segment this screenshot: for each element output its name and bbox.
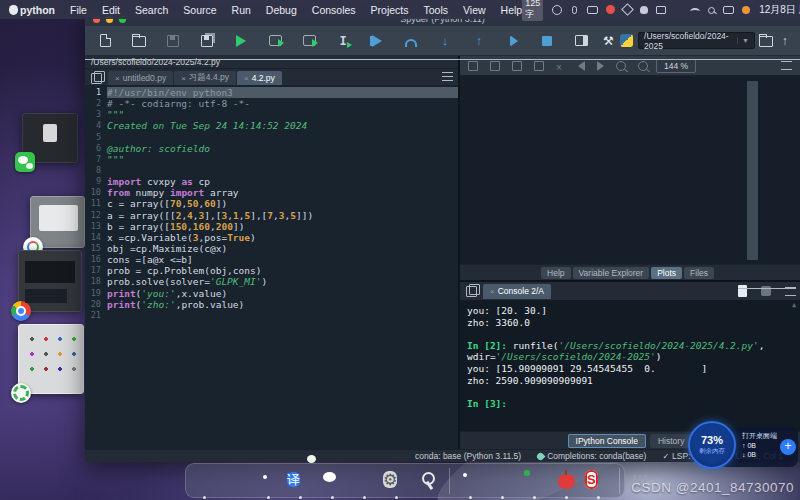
window-status-icon[interactable]: [656, 6, 666, 14]
stop-debugging-button[interactable]: [535, 30, 559, 52]
menu-app-name[interactable]: python: [20, 4, 55, 16]
menu-run[interactable]: Run: [232, 4, 251, 16]
preferences-button[interactable]: ⚒: [601, 30, 616, 52]
working-directory-select[interactable]: /Users/scofieldo/2024-2025 ▼: [638, 32, 755, 49]
keyboard-status-icon[interactable]: [587, 6, 598, 14]
dock-item-screens[interactable]: [489, 467, 516, 494]
continue-execution-button[interactable]: [501, 30, 525, 52]
dock-item-evernote[interactable]: [521, 467, 548, 494]
menu-help[interactable]: Help: [501, 4, 523, 16]
menu-search[interactable]: Search: [135, 4, 168, 16]
browse-directory-button[interactable]: [759, 30, 774, 52]
debug-cell-button[interactable]: [399, 30, 423, 52]
dock-item-ks[interactable]: S: [585, 467, 612, 494]
dock-item-notes[interactable]: [351, 467, 378, 494]
code-line-14[interactable]: 14x =cp.Variable(3,pos=True): [85, 232, 458, 243]
save-all-button[interactable]: [195, 30, 219, 52]
circle-status-icon[interactable]: [552, 5, 562, 15]
editor-tab-习题4.4.py[interactable]: ×习题4.4.py: [174, 71, 236, 85]
dock-item-chrome[interactable]: [255, 467, 282, 494]
code-line-17[interactable]: 17prob = cp.Problem(obj,cons): [85, 265, 458, 276]
code-line-5[interactable]: 5: [85, 132, 458, 143]
display-status-icon[interactable]: [723, 6, 734, 14]
code-line-18[interactable]: 18prob.solve(solver='GLPK_MI'): [85, 276, 458, 287]
step-return-button[interactable]: ↑: [467, 30, 491, 52]
run-file-button[interactable]: [229, 30, 253, 52]
close-icon[interactable]: ×: [181, 74, 186, 83]
search-status-icon[interactable]: [708, 7, 715, 14]
code-editor[interactable]: 1#!/usr/bin/env python32# -*- codiarng: …: [85, 85, 458, 449]
editor-options-menu-icon[interactable]: [442, 72, 453, 81]
bluetooth-status-icon[interactable]: [674, 5, 682, 15]
code-line-20[interactable]: 20print('zho:',prob.value): [85, 299, 458, 310]
code-line-12[interactable]: 12a = array([[2,4,3],[3,1,5],[7,3,5]]): [85, 210, 458, 221]
open-file-button[interactable]: [127, 30, 151, 52]
python-env-button[interactable]: [620, 30, 635, 52]
code-line-10[interactable]: 10from numpy import array: [85, 187, 458, 198]
menu-file[interactable]: File: [70, 4, 87, 16]
code-line-15[interactable]: 15obj =cp.Maximize(c@x): [85, 243, 458, 254]
browse-console-tabs-button[interactable]: [464, 284, 480, 297]
code-line-9[interactable]: 9import cvxpy as cp: [85, 176, 458, 187]
run-cell-button[interactable]: [263, 30, 287, 52]
bottom-tab-history[interactable]: History: [650, 434, 692, 448]
code-line-13[interactable]: 13b = array([150,160,200]): [85, 221, 458, 232]
memory-percent-gauge[interactable]: 73% 剩余内存: [688, 421, 736, 469]
console-tab[interactable]: × Console 2/A: [483, 284, 551, 299]
pane-tab-files[interactable]: Files: [684, 267, 714, 279]
wifi-status-icon[interactable]: [690, 8, 700, 15]
run-cell-advance-button[interactable]: [297, 30, 321, 52]
editor-tab-untitled0.py[interactable]: ×untitled0.py: [108, 71, 173, 85]
plots-thumbnail-strip[interactable]: [747, 81, 758, 260]
bottom-tab-ipython-console[interactable]: IPython Console: [568, 434, 646, 448]
dock-item-wechat[interactable]: [319, 467, 346, 494]
debug-file-button[interactable]: [365, 30, 389, 52]
dock-item-apple-red[interactable]: [553, 467, 580, 494]
code-line-2[interactable]: 2# -*- codiarng: utf-8 -*-: [85, 98, 458, 109]
dock-item-launchpad[interactable]: [223, 467, 250, 494]
menu-debug[interactable]: Debug: [266, 4, 297, 16]
pane-tab-plots[interactable]: Plots: [651, 267, 682, 279]
close-icon[interactable]: ×: [115, 74, 120, 83]
shapes-status-icon[interactable]: [621, 3, 634, 16]
minimized-window-wechat[interactable]: [22, 113, 78, 163]
scrollbar-arrow-icon[interactable]: ▲: [792, 301, 799, 308]
minimized-window-terminal[interactable]: [18, 250, 82, 312]
browse-tabs-button[interactable]: [89, 71, 105, 84]
console-options-menu-icon[interactable]: [785, 287, 796, 296]
code-line-8[interactable]: 8: [85, 165, 458, 176]
orange-status-icon[interactable]: [742, 6, 750, 14]
minimized-window-grid[interactable]: [18, 324, 84, 394]
record-status-icon[interactable]: [606, 5, 615, 14]
code-line-6[interactable]: 6@author: scofieldo: [85, 143, 458, 154]
mic-status-icon[interactable]: [572, 6, 577, 14]
menu-consoles[interactable]: Consoles: [312, 4, 356, 16]
menu-projects[interactable]: Projects: [371, 4, 409, 16]
paw-status-icon[interactable]: [640, 6, 648, 14]
input-method-badge[interactable]: 125字: [522, 0, 543, 21]
pane-tab-variable-explorer[interactable]: Variable Explorer: [573, 267, 650, 279]
memory-widget[interactable]: 打开桌面端 ↑ 0B ↓ 0B + 73% 剩余内存: [688, 421, 798, 471]
plots-options-menu-icon[interactable]: [781, 61, 792, 70]
plus-button[interactable]: +: [780, 439, 796, 455]
run-selection-button[interactable]: I: [331, 30, 355, 52]
console-output[interactable]: ▲ you: [20. 30.]zho: 3360.0In [2]: runfi…: [460, 300, 800, 431]
dock-item-translate[interactable]: 译: [287, 467, 314, 494]
menu-view[interactable]: View: [463, 4, 486, 16]
code-line-19[interactable]: 19print('you:',x.value): [85, 288, 458, 299]
code-line-7[interactable]: 7""": [85, 154, 458, 165]
go-up-directory-button[interactable]: ↑: [777, 30, 792, 52]
code-line-21[interactable]: 21: [85, 310, 458, 321]
editor-tab-4.2.py[interactable]: ×4.2.py: [237, 71, 282, 85]
code-line-4[interactable]: 4Created on Tue Sep 24 14:14:52 2024: [85, 120, 458, 131]
step-into-button[interactable]: ↓: [433, 30, 457, 52]
plots-zoom-level[interactable]: 144 %: [656, 59, 696, 73]
code-line-16[interactable]: 16cons =[a@x <=b]: [85, 254, 458, 265]
menu-edit[interactable]: Edit: [102, 4, 120, 16]
menubar-clock[interactable]: 12月8日 周日 22:57: [759, 3, 800, 17]
minimized-window-dialog[interactable]: [30, 196, 85, 248]
code-line-3[interactable]: 3""": [85, 109, 458, 120]
dock-item-keychain[interactable]: [415, 467, 442, 494]
maximize-pane-button[interactable]: [569, 30, 593, 52]
pane-tab-help[interactable]: Help: [541, 267, 570, 279]
